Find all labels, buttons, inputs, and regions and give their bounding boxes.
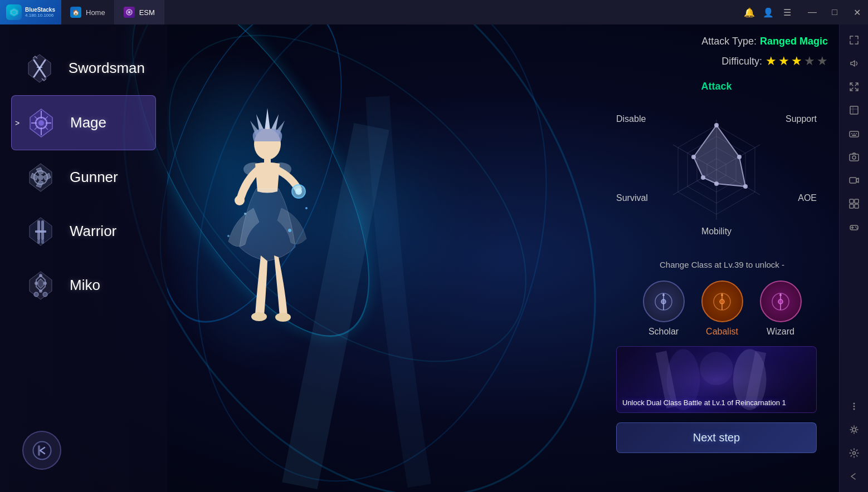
warrior-icon [22,213,58,249]
difficulty-label: Difficulty: [721,56,762,67]
svg-point-72 [661,299,666,304]
svg-point-3 [128,11,130,13]
account-icon[interactable]: 👤 [760,4,777,21]
gunner-icon [22,159,58,195]
svg-point-47 [43,282,47,285]
svg-line-115 [851,431,852,432]
wizard-circle[interactable] [760,281,802,322]
svg-rect-95 [850,199,854,203]
bluestacks-icon [6,4,22,20]
class-item-swordsman[interactable]: Swordsman [11,41,156,95]
minimize-button[interactable]: — [801,0,823,24]
maximize-button[interactable]: □ [823,0,846,24]
svg-line-113 [856,431,856,432]
miko-icon [22,267,58,303]
svg-point-103 [856,228,857,229]
subclass-row: Scholar Cabalist [616,281,828,337]
tool-screenshot[interactable] [843,146,865,168]
tool-expand[interactable] [843,29,865,51]
tool-more[interactable] [843,395,865,417]
class-item-miko[interactable]: Miko [11,258,156,312]
svg-point-76 [720,299,724,304]
star-3: ★ [791,54,802,68]
svg-point-85 [700,352,733,385]
star-2: ★ [778,54,789,68]
subclass-item-cabalist[interactable]: Cabalist [701,281,743,337]
radar-svg-container [616,81,817,248]
character-display [167,52,334,375]
tool-volume[interactable] [843,52,865,75]
info-panel: Attack Type: Ranged Magic Difficulty: ★ … [616,36,828,453]
radar-chart: Attack Support AOE Mobility Survival Dis… [616,81,817,248]
tool-gamepad[interactable] [843,216,865,238]
svg-rect-37 [37,220,40,240]
svg-rect-97 [850,204,854,208]
radar-label-disable: Disable [616,114,646,124]
tool-gallery[interactable] [843,193,865,215]
radar-label-support: Support [786,114,817,124]
subclass-item-wizard[interactable]: Wizard [760,281,802,337]
character-body [212,97,290,331]
svg-rect-42 [41,239,44,244]
tool-resize[interactable] [843,99,865,121]
svg-point-35 [38,175,43,180]
star-5: ★ [817,54,828,68]
cabalist-circle[interactable] [701,281,743,322]
svg-point-104 [853,403,855,405]
svg-rect-92 [850,154,859,161]
class-item-mage[interactable]: Mage [11,95,156,150]
svg-point-19 [305,207,308,209]
svg-point-46 [39,274,42,277]
hamburger-menu-icon[interactable]: ☰ [779,4,796,21]
tool-video[interactable] [843,169,865,191]
difficulty-row: Difficulty: ★ ★ ★ ★ ★ [616,54,828,68]
mage-icon [23,105,59,141]
app-logo: BlueStacks 4.180.10.1006 [0,0,61,24]
class-selection-panel: Swordsman [0,24,167,492]
star-4: ★ [804,54,815,68]
tab-home[interactable]: 🏠 Home [61,0,115,24]
svg-point-77 [721,294,723,296]
svg-point-18 [244,213,246,215]
subclass-item-scholar[interactable]: Scholar [643,281,685,337]
svg-rect-40 [39,230,46,233]
tool-keyboard[interactable] [843,122,865,145]
svg-point-73 [662,294,665,296]
next-step-button[interactable]: Next step [616,422,817,453]
class-item-gunner[interactable]: Gunner [11,150,156,204]
tab-esm[interactable]: ESM [115,0,164,24]
difficulty-stars: ★ ★ ★ ★ ★ [765,54,828,68]
radar-label-aoe: AOE [798,193,817,203]
app-name: BlueStacks [25,7,55,13]
back-button[interactable] [22,431,61,470]
svg-point-69 [691,155,696,159]
miko-label: Miko [70,277,100,294]
scholar-circle[interactable] [643,281,685,322]
wizard-name: Wizard [767,327,794,337]
promo-banner[interactable]: Unlock Dual Class Battle at Lv.1 of Rein… [616,346,817,413]
class-item-warrior[interactable]: Warrior [11,204,156,258]
home-tab-label: Home [86,8,105,17]
game-area: Swordsman [0,24,839,492]
tool-brightness[interactable] [843,419,865,441]
svg-marker-45 [38,279,43,288]
svg-point-66 [743,184,748,189]
svg-rect-86 [850,106,858,114]
svg-point-81 [779,294,782,296]
tool-settings[interactable] [843,442,865,464]
esm-tab-label: ESM [139,8,155,17]
svg-point-102 [855,227,856,228]
svg-point-64 [714,123,719,127]
tool-back-nav[interactable] [843,465,865,488]
svg-rect-98 [855,204,859,208]
svg-point-49 [39,289,42,293]
right-sidebar [839,24,868,492]
tool-fullscreen[interactable] [843,76,865,98]
notification-icon[interactable]: 🔔 [741,4,758,21]
close-button[interactable]: ✕ [846,0,868,24]
star-1: ★ [765,54,777,68]
radar-label-mobility: Mobility [701,227,732,237]
svg-point-107 [852,428,856,431]
svg-point-17 [288,229,291,232]
svg-point-67 [714,181,719,186]
